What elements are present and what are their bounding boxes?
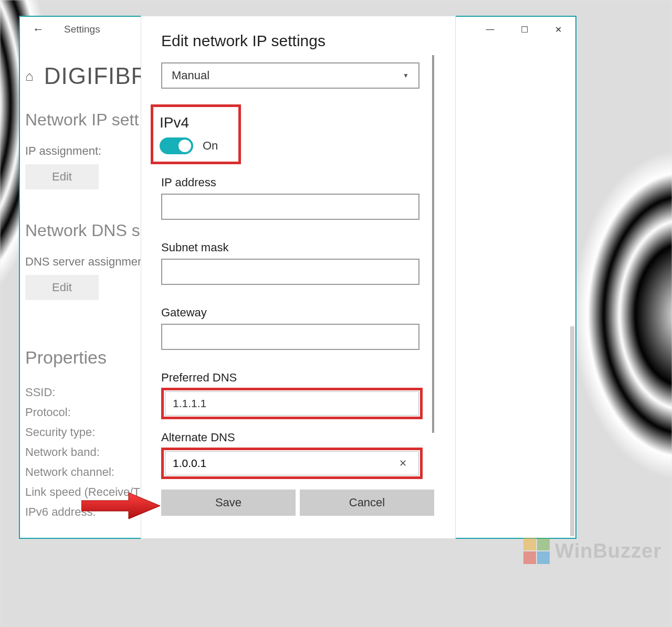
ipv4-toggle-row: On [160, 137, 232, 154]
back-arrow-icon[interactable]: ← [33, 23, 48, 36]
preferred-dns-highlight [161, 388, 423, 419]
ip-address-input[interactable] [161, 194, 419, 220]
alternate-dns-input-wrap: ✕ [165, 451, 419, 475]
ip-address-label: IP address [161, 176, 434, 189]
maximize-button[interactable]: ☐ [507, 17, 541, 42]
gateway-input[interactable] [161, 324, 419, 350]
minimize-button[interactable]: — [473, 17, 507, 42]
subnet-mask-label: Subnet mask [161, 241, 434, 254]
watermark-text: WinBuzzer [555, 540, 662, 562]
chevron-down-icon: ▼ [403, 72, 409, 79]
alternate-dns-label: Alternate DNS [161, 431, 434, 444]
dialog-button-row: Save Cancel [161, 490, 434, 516]
clear-input-icon[interactable]: ✕ [395, 458, 411, 469]
save-button[interactable]: Save [161, 490, 296, 516]
watermark: WinBuzzer [523, 538, 662, 564]
watermark-logo-icon [523, 538, 550, 564]
ipv4-toggle-state: On [203, 139, 218, 153]
scrollbar[interactable] [570, 326, 574, 536]
edit-dns-button[interactable]: Edit [25, 275, 99, 300]
ipv4-toggle[interactable] [160, 137, 193, 154]
dialog-scrollbar[interactable] [432, 55, 434, 433]
alternate-dns-input[interactable] [173, 457, 395, 470]
app-title: Settings [64, 24, 100, 35]
preferred-dns-label: Preferred DNS [161, 371, 434, 385]
toggle-knob [178, 140, 191, 152]
ipv4-label: IPv4 [160, 114, 232, 131]
ip-mode-value: Manual [172, 69, 209, 82]
dialog-title: Edit network IP settings [161, 32, 434, 50]
preferred-dns-input[interactable] [165, 391, 419, 416]
ip-mode-select[interactable]: Manual ▼ [161, 62, 419, 89]
ipv4-highlight-box: IPv4 On [151, 104, 241, 164]
network-name: DIGIFIBR [44, 63, 149, 89]
gateway-label: Gateway [161, 306, 434, 320]
cancel-button[interactable]: Cancel [300, 490, 434, 516]
window-controls: — ☐ ✕ [473, 17, 575, 42]
close-button[interactable]: ✕ [541, 17, 575, 42]
home-icon[interactable]: ⌂ [25, 68, 34, 84]
edit-ip-button[interactable]: Edit [25, 164, 99, 189]
edit-ip-dialog: Edit network IP settings Manual ▼ IPv4 O… [141, 16, 456, 539]
alternate-dns-highlight: ✕ [161, 448, 423, 479]
subnet-mask-input[interactable] [161, 259, 419, 285]
